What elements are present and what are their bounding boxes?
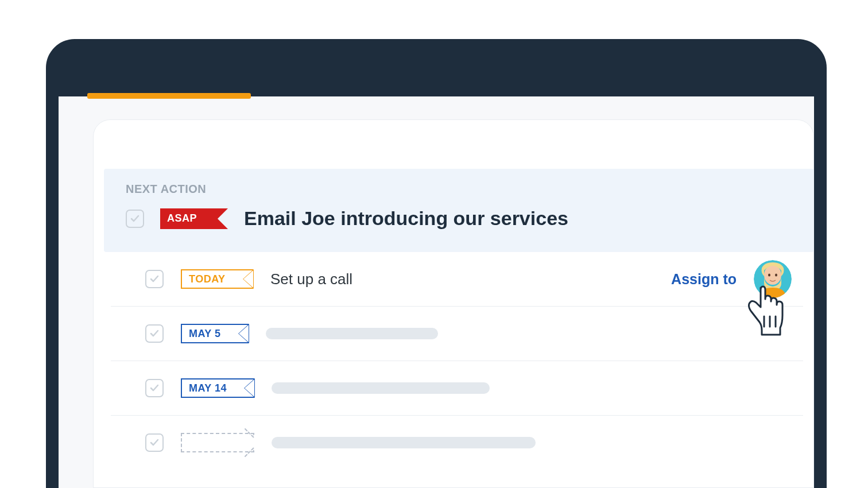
task-title-placeholder: [272, 437, 536, 448]
svg-point-2: [768, 274, 770, 277]
task-checkbox[interactable]: [145, 379, 164, 397]
check-icon: [150, 274, 159, 284]
task-title-placeholder: [266, 328, 438, 339]
device-screen: NEXT ACTION ASAP Email Joe introducing o…: [59, 96, 814, 488]
next-action-title: Email Joe introducing our services: [244, 207, 568, 230]
next-action-row: ASAP Email Joe introducing our services: [126, 207, 792, 230]
flag-label: MAY 14: [189, 382, 227, 394]
flag-label: TODAY: [189, 273, 226, 285]
check-icon: [150, 329, 159, 338]
task-title-placeholder: [272, 382, 490, 394]
task-title: Set up a call: [270, 270, 352, 288]
main-card: NEXT ACTION ASAP Email Joe introducing o…: [93, 119, 814, 488]
task-row[interactable]: [111, 416, 803, 470]
priority-flag-asap: ASAP: [160, 208, 228, 229]
task-checkbox[interactable]: [145, 270, 164, 288]
date-flag-today: TODAY: [181, 269, 253, 289]
task-row[interactable]: MAY 14: [111, 361, 803, 416]
assign-to-link[interactable]: Assign to: [671, 271, 737, 288]
task-row[interactable]: MAY 5: [111, 307, 803, 361]
check-icon: [150, 384, 159, 393]
next-action-panel: NEXT ACTION ASAP Email Joe introducing o…: [104, 169, 814, 252]
task-checkbox[interactable]: [145, 324, 164, 343]
next-action-checkbox[interactable]: [126, 210, 144, 228]
device-frame: NEXT ACTION ASAP Email Joe introducing o…: [46, 39, 827, 488]
check-icon: [150, 438, 159, 447]
flag-label: ASAP: [167, 212, 197, 224]
outer-frame: NEXT ACTION ASAP Email Joe introducing o…: [0, 0, 868, 488]
task-list: TODAY Set up a call Assign to: [111, 252, 803, 470]
date-flag-empty[interactable]: [181, 433, 254, 452]
flag-label: MAY 5: [189, 328, 221, 340]
active-tab-indicator: [87, 93, 251, 99]
date-flag: MAY 14: [181, 378, 254, 398]
task-row[interactable]: TODAY Set up a call Assign to: [111, 252, 803, 307]
section-label: NEXT ACTION: [126, 183, 792, 196]
date-flag: MAY 5: [181, 324, 249, 343]
pointer-cursor-icon: [742, 285, 790, 340]
svg-point-3: [775, 274, 777, 277]
task-checkbox[interactable]: [145, 433, 164, 452]
check-icon: [130, 214, 140, 223]
svg-point-1: [764, 265, 781, 285]
